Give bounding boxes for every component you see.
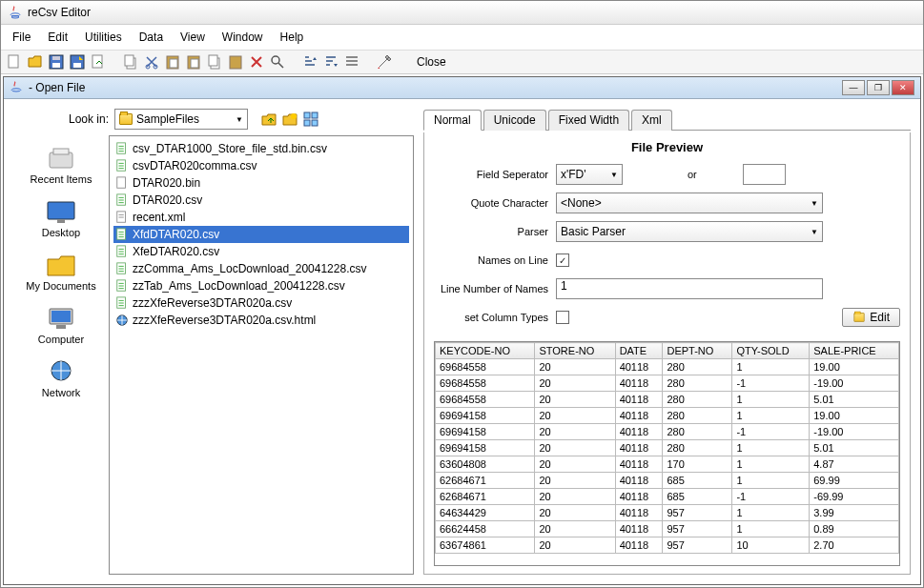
- linenum-input[interactable]: 1: [556, 278, 823, 299]
- names-label: Names on Line: [434, 254, 548, 266]
- svg-point-21: [11, 89, 21, 91]
- file-item[interactable]: recent.xml: [113, 209, 409, 226]
- file-item[interactable]: zzzXfeReverse3DTAR020a.csv: [113, 294, 409, 312]
- col-header[interactable]: QTY-SOLD: [732, 343, 810, 359]
- file-item[interactable]: csv_DTAR1000_Store_file_std.bin.csv: [113, 140, 409, 157]
- file-item[interactable]: zzTab_Ams_LocDownload_20041228.csv: [113, 277, 409, 294]
- file-icon: [115, 193, 129, 207]
- documents-icon: [44, 250, 78, 278]
- file-item[interactable]: zzComma_Ams_LocDownload_20041228.csv: [113, 260, 409, 277]
- new-icon[interactable]: [7, 54, 22, 70]
- table-row[interactable]: 626846712040118685169.99: [436, 473, 899, 489]
- sidebar-desktop[interactable]: Desktop: [15, 196, 107, 238]
- copy-icon[interactable]: [123, 54, 138, 70]
- copy2-icon[interactable]: [207, 54, 222, 70]
- table-row[interactable]: 66624458204011895710.89: [436, 521, 899, 537]
- sub-title-bar: - Open File — ❐ ✕: [4, 77, 920, 99]
- title-bar: reCsv Editor: [1, 1, 923, 25]
- table-row[interactable]: 696845582040118280119.00: [436, 359, 899, 375]
- close-window-button[interactable]: ✕: [892, 80, 914, 95]
- menu-bar: FileEditUtilitiesDataViewWindowHelp: [1, 25, 923, 51]
- delete-icon[interactable]: [249, 54, 264, 70]
- table-row[interactable]: 64634429204011895713.99: [436, 505, 899, 521]
- parser-label: Parser: [434, 226, 548, 237]
- sidebar-network[interactable]: Network: [15, 356, 107, 398]
- table-row[interactable]: 696941582040118280119.00: [436, 408, 899, 424]
- coltypes-checkbox[interactable]: [556, 311, 569, 324]
- file-browser-panel: Look in: SampleFiles ▼ Recent ItemsDeskt…: [13, 109, 414, 575]
- main-window: reCsv Editor FileEditUtilitiesDataViewWi…: [0, 0, 924, 588]
- edit-button[interactable]: Edit: [842, 308, 900, 327]
- table-row[interactable]: 626846712040118685-1-69.99: [436, 489, 899, 505]
- menu-file[interactable]: File: [5, 27, 38, 48]
- svg-point-20: [272, 56, 279, 64]
- table-row[interactable]: 696941582040118280-1-19.00: [436, 424, 899, 440]
- sidebar-documents[interactable]: My Documents: [15, 250, 107, 292]
- file-item[interactable]: XfeDTAR020.csv: [113, 243, 409, 260]
- file-item[interactable]: zzzXfeReverse3DTAR020a.csv.html: [113, 312, 409, 329]
- new-folder-icon[interactable]: [282, 112, 298, 127]
- file-item[interactable]: DTAR020.csv: [113, 192, 409, 209]
- col-header[interactable]: KEYCODE-NO: [436, 343, 535, 359]
- menu-view[interactable]: View: [173, 27, 213, 48]
- sidebar-computer[interactable]: Computer: [15, 303, 107, 345]
- sort-desc-icon[interactable]: [323, 54, 339, 70]
- col-header[interactable]: DEPT-NO: [663, 343, 732, 359]
- maximize-button[interactable]: ❐: [867, 80, 890, 95]
- tab-normal[interactable]: Normal: [423, 110, 482, 131]
- col-header[interactable]: SALE-PRICE: [810, 343, 899, 359]
- view-mode-icon[interactable]: [303, 112, 318, 127]
- menu-utilities[interactable]: Utilities: [77, 27, 130, 48]
- sidebar-recent[interactable]: Recent Items: [15, 143, 107, 185]
- preview-table: KEYCODE-NOSTORE-NODATEDEPT-NOQTY-SOLDSAL…: [435, 342, 899, 554]
- tools-icon[interactable]: [377, 54, 392, 70]
- export-icon[interactable]: [91, 54, 106, 70]
- file-list[interactable]: csv_DTAR1000_Store_file_std.bin.csvcsvDT…: [109, 135, 414, 575]
- table-row[interactable]: 636748612040118957102.70: [436, 537, 899, 554]
- quote-select[interactable]: <None>▼: [556, 193, 823, 213]
- open-icon[interactable]: [28, 54, 43, 70]
- up-folder-icon[interactable]: [261, 112, 277, 127]
- lookin-label: Look in:: [61, 112, 109, 126]
- table-row[interactable]: 696845582040118280-1-19.00: [436, 375, 899, 392]
- tab-fixed-width[interactable]: Fixed Width: [548, 110, 629, 131]
- find-icon[interactable]: [270, 54, 285, 70]
- file-icon: [115, 262, 129, 275]
- field-sep-select[interactable]: x'FD'▼: [556, 164, 623, 185]
- names-checkbox[interactable]: ✓: [556, 253, 569, 267]
- file-icon: [115, 159, 129, 172]
- col-header[interactable]: STORE-NO: [535, 343, 615, 359]
- tab-xml[interactable]: Xml: [631, 110, 672, 131]
- table-row[interactable]: 69684558204011828015.01: [436, 392, 899, 408]
- folder-icon: [854, 313, 865, 322]
- col-header[interactable]: DATE: [615, 343, 663, 359]
- paste2-icon[interactable]: [186, 54, 201, 70]
- file-icon: [115, 142, 129, 155]
- paste-icon[interactable]: [165, 54, 180, 70]
- svg-rect-25: [304, 120, 310, 126]
- parser-select[interactable]: Basic Parser▼: [556, 221, 823, 242]
- file-item[interactable]: csvDTAR020comma.csv: [113, 157, 409, 174]
- cut-icon[interactable]: [144, 54, 159, 70]
- save-icon[interactable]: [49, 54, 64, 70]
- menu-help[interactable]: Help: [273, 27, 312, 48]
- table-row[interactable]: 63604808204011817014.87: [436, 456, 899, 473]
- menu-window[interactable]: Window: [215, 27, 271, 48]
- tab-unicode[interactable]: Unicode: [483, 110, 546, 131]
- field-sep-alt-input[interactable]: [743, 164, 786, 185]
- list-icon[interactable]: [344, 54, 359, 70]
- close-button[interactable]: Close: [417, 55, 446, 69]
- file-item[interactable]: DTAR020.bin: [113, 174, 409, 192]
- paste3-icon[interactable]: [228, 54, 243, 70]
- sort-asc-icon[interactable]: [302, 54, 318, 70]
- lookin-select[interactable]: SampleFiles ▼: [114, 109, 248, 130]
- svg-rect-28: [53, 149, 69, 154]
- svg-rect-29: [48, 202, 74, 219]
- minimize-button[interactable]: —: [842, 80, 865, 95]
- table-row[interactable]: 69694158204011828015.01: [436, 440, 899, 456]
- menu-edit[interactable]: Edit: [40, 27, 75, 48]
- file-item[interactable]: XfdDTAR020.csv: [113, 226, 409, 243]
- menu-data[interactable]: Data: [132, 27, 171, 48]
- coltypes-label: set Column Types: [434, 312, 548, 323]
- saveas-icon[interactable]: [70, 54, 85, 70]
